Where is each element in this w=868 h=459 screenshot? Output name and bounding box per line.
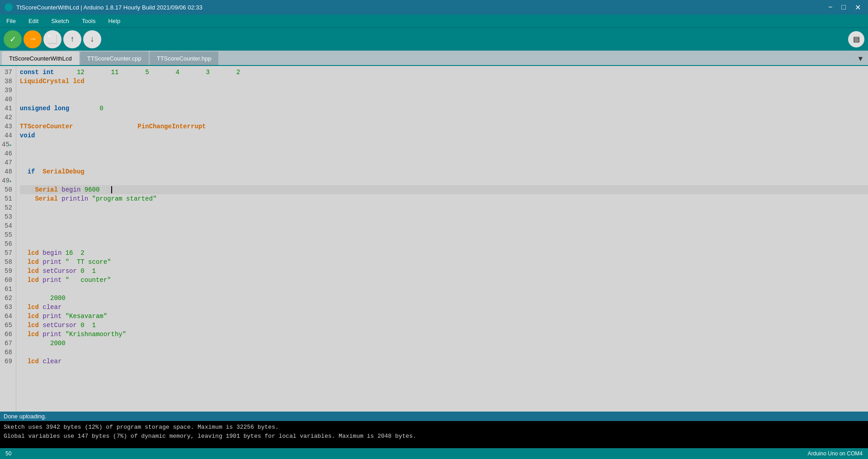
line-num-37: 37 [2,68,12,77]
code-line-55 [20,230,868,239]
line-num-65: 65 [2,321,12,330]
line-num-57: 57 [2,248,12,258]
line-num-50: 50 [2,185,12,194]
title-bar-controls[interactable]: − □ ✕ [826,2,863,13]
code-line-53 [20,212,868,221]
line-num-61: 61 [2,285,12,294]
text-cursor [107,186,112,193]
code-line-66: lcd.print("Krishnamoorthy"); [20,330,868,339]
code-line-63: lcd.clear(); [20,303,868,312]
serial-monitor-button[interactable]: ▤ [848,31,864,47]
line-num-56: 56 [2,239,12,248]
line-num-64: 64 [2,312,12,321]
code-line-48: if (SerialDebug) [20,167,868,176]
minimize-button[interactable]: − [826,2,835,13]
save-button[interactable]: ↓ [83,30,101,48]
console-status: Done uploading. [0,412,868,421]
line-num-69: 69 [2,357,12,366]
console-line-1: Sketch uses 3942 bytes (12%) of program … [4,423,864,432]
code-line-42 [20,113,868,122]
tab-main[interactable]: TtScoreCounterWithLcd [2,52,79,65]
code-line-49: { [20,176,868,185]
open-button[interactable]: ↑ [63,30,81,48]
line-num-67: 67 [2,339,12,348]
restore-button[interactable]: □ [839,2,849,13]
code-area[interactable]: 373839404142434445▸46474849▸505152535455… [0,66,868,412]
line-num-48: 48 [2,167,12,176]
fold-icon[interactable]: ▸ [9,179,12,184]
menu-bar: File Edit Sketch Tools Help [0,14,868,27]
window-title: TtScoreCounterWithLcd | Arduino 1.8.17 H… [16,4,203,11]
line-num-44: 44 [2,131,12,140]
line-num-55: 55 [2,230,12,239]
code-line-37: const int rs = 12, en = 11, d4 = 5, d5 =… [20,68,868,77]
menu-tools[interactable]: Tools [79,17,98,25]
tab-hpp[interactable]: TTScoreCounter.hpp [150,52,219,65]
fold-icon[interactable]: ▸ [9,143,12,148]
line-num-43: 43 [2,122,12,131]
tab-hpp-label: TTScoreCounter.hpp [157,55,212,62]
close-button[interactable]: ✕ [852,2,863,13]
title-bar-left: TtScoreCounterWithLcd | Arduino 1.8.17 H… [5,3,203,11]
code-line-58: lcd.print(" TT score"); [20,258,868,267]
code-line-62: delay(2000); [20,294,868,303]
code-line-47 [20,158,868,167]
code-line-64: lcd.print("Kesavaram"); [20,312,868,321]
code-line-65: lcd.setCursor(0, 1); [20,321,868,330]
line-num-54: 54 [2,221,12,230]
menu-edit[interactable]: Edit [26,17,41,25]
title-bar: TtScoreCounterWithLcd | Arduino 1.8.17 H… [0,0,868,14]
line-num-49: 49▸ [2,176,12,185]
code-line-61 [20,285,868,294]
menu-help[interactable]: Help [105,17,123,25]
line-num-53: 53 [2,212,12,221]
code-line-44: void setup() [20,131,868,140]
toolbar: ✓ → ⬜ ↑ ↓ ▤ [0,27,868,51]
console-line-2: Global variables use 147 bytes (7%) of d… [4,432,864,441]
code-line-43: TTScoreCounter scoreCounterObj(PinChange… [20,122,868,131]
upload-button[interactable]: → [24,30,42,48]
line-num-41: 41 [2,104,12,113]
toolbar-right: ▤ [848,31,864,47]
line-num-60: 60 [2,276,12,285]
tab-cpp-label: TTScoreCounter.cpp [87,55,142,62]
line-num-38: 38 [2,77,12,86]
code-line-54 [20,221,868,230]
code-line-56 [20,239,868,248]
code-line-45: { [20,140,868,149]
code-line-59: lcd.setCursor(0, 1); [20,267,868,276]
console-output: Sketch uses 3942 bytes (12%) of program … [0,421,868,448]
app-icon [5,3,13,11]
code-content[interactable]: const int rs = 12, en = 11, d4 = 5, d5 =… [16,66,868,412]
code-line-57: lcd.begin(16, 2); [20,248,868,258]
line-num-46: 46 [2,149,12,158]
status-board: Arduino Uno on COM4 [808,450,863,457]
tab-bar: TtScoreCounterWithLcd TTScoreCounter.cpp… [0,51,868,66]
tab-dropdown[interactable]: ▼ [854,53,866,65]
line-numbers: 373839404142434445▸46474849▸505152535455… [0,66,16,412]
code-line-60: lcd.print(" counter"); [20,276,868,285]
menu-sketch[interactable]: Sketch [48,17,72,25]
tab-cpp[interactable]: TTScoreCounter.cpp [80,52,149,65]
line-num-39: 39 [2,86,12,95]
code-line-69: lcd.clear(); [20,357,868,366]
code-line-50: Serial.begin(9600); [20,185,868,194]
line-num-40: 40 [2,95,12,104]
line-num-42: 42 [2,113,12,122]
line-num-52: 52 [2,203,12,212]
verify-button[interactable]: ✓ [4,30,22,48]
menu-file[interactable]: File [4,17,19,25]
line-num-66: 66 [2,330,12,339]
line-num-45: 45▸ [2,140,12,149]
line-num-47: 47 [2,158,12,167]
line-num-59: 59 [2,267,12,276]
code-line-51: Serial.println("program started"); [20,194,868,203]
line-num-68: 68 [2,348,12,357]
code-line-67: delay(2000); [20,339,868,348]
code-line-46 [20,149,868,158]
tab-main-label: TtScoreCounterWithLcd [9,55,72,62]
status-bar: 50 Arduino Uno on COM4 [0,448,868,459]
new-button[interactable]: ⬜ [43,30,61,48]
line-num-63: 63 [2,303,12,312]
code-line-38: LiquidCrystal lcd(rs, en, d4, d5, d6, d7… [20,77,868,86]
